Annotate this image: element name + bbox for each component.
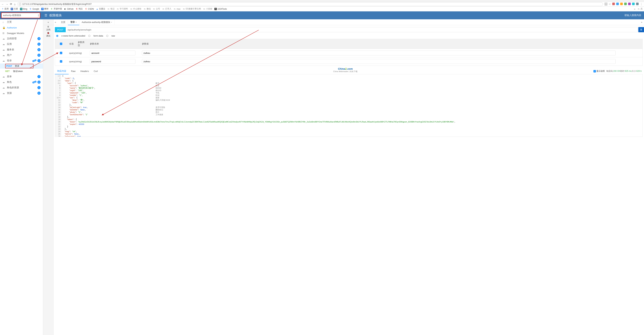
more-icon[interactable]: ⋮ xyxy=(640,2,642,6)
bookmarks-bar: ⠿应用 度百度 bBing GGoogle 译翻译 C开源中国 ◐GitHub … xyxy=(0,6,644,12)
bookmark[interactable]: 🗀已导入 xyxy=(162,8,172,10)
tab-home[interactable]: 主页 xyxy=(58,19,68,25)
sidebar-subitem[interactable]: GET验证token xyxy=(0,69,43,74)
param-type: query(string) xyxy=(67,57,88,66)
sidebar-item[interactable]: ☁资源6 xyxy=(0,90,43,96)
bookmark[interactable]: 度百度 xyxy=(11,8,18,10)
ext-icon[interactable] xyxy=(628,2,631,5)
ext-icon[interactable] xyxy=(632,2,635,5)
bookmark[interactable]: 🗀ES搜索引擎文档 xyxy=(183,8,201,10)
bookmark[interactable]: 🗀笔记 xyxy=(107,8,114,10)
bookmark[interactable]: 🗀学习资料 xyxy=(116,8,128,10)
close-icon[interactable]: × xyxy=(111,21,112,23)
bookmark[interactable]: 🗀微信 xyxy=(144,8,151,10)
sidebar-item[interactable]: ☁用户9 xyxy=(0,52,43,58)
sidebar-item[interactable]: ☁角色new8 xyxy=(0,79,43,85)
col-type: 参数类型 xyxy=(76,39,88,49)
bookmark[interactable]: 🗀mac xyxy=(174,8,180,10)
ext-icon[interactable] xyxy=(612,2,615,5)
bookmark[interactable]: G码云 xyxy=(76,8,83,10)
tab-authorize[interactable]: Authorize-authority-权限模块× xyxy=(79,19,115,25)
module-select[interactable]: authority-权限模块 ▴▾ xyxy=(1,12,40,18)
bookmark[interactable]: bBing xyxy=(20,8,27,10)
ext-icon[interactable] xyxy=(624,2,627,5)
chevron-updown-icon: ▴▾ xyxy=(38,14,39,17)
collapse-button[interactable]: « xyxy=(43,19,53,25)
doc-icon: 🗎 xyxy=(47,26,49,28)
ext-icon[interactable] xyxy=(636,2,639,5)
star-icon[interactable]: ☆ xyxy=(609,2,611,6)
rail-doc[interactable]: 🗎文档 xyxy=(43,25,53,32)
sidebar-item[interactable]: ☁登录new2 xyxy=(0,58,43,64)
sidebar-item[interactable]: ☁文档管理3 xyxy=(0,36,43,42)
bookmark[interactable]: GGoogle xyxy=(29,8,39,10)
radio-xform[interactable] xyxy=(56,35,58,37)
tabs-scroll-right[interactable]: » xyxy=(641,21,642,24)
rail-debug[interactable]: 🐞调试 xyxy=(43,32,53,38)
bookmark[interactable]: 译翻译 xyxy=(41,8,48,10)
bookmark[interactable]: 🗀小目标 xyxy=(203,8,212,10)
line-gutter: 1 ▾23 ▾4 ▾5678910 ▾111213141516171819202… xyxy=(55,74,61,136)
param-value-input[interactable] xyxy=(142,59,616,64)
bookmark[interactable]: 🗀其 xyxy=(638,8,642,10)
reload-icon[interactable]: ⟳ xyxy=(10,2,12,6)
content: « 🗎文档 🐞调试 « 主页 登录× Authorize-authority-权… xyxy=(43,19,644,335)
apps-button[interactable]: ⠿应用 xyxy=(2,8,8,10)
rtab-curl[interactable]: Curl xyxy=(91,68,100,74)
bookmark[interactable]: ◐GitHub xyxy=(64,8,74,10)
send-button[interactable]: 发 xyxy=(638,27,644,32)
sidebar-item[interactable]: ☁菜单7 xyxy=(0,74,43,79)
param-value-input[interactable] xyxy=(142,50,616,55)
url-text: 127.0.0.1:8760/api/gate/doc.html#/author… xyxy=(22,3,92,6)
sidebar-item[interactable]: ⊞Swagger Models xyxy=(0,30,43,36)
search-input[interactable]: 请输入搜索内容 xyxy=(624,14,641,17)
row-checkbox[interactable]: ✓ xyxy=(60,52,62,54)
close-icon[interactable]: × xyxy=(76,21,76,23)
method-badge: POST xyxy=(55,27,66,32)
checkbox-all[interactable]: ✓ xyxy=(60,42,62,45)
sidebar-item[interactable]: ☁服务表6 xyxy=(0,47,43,52)
sidebar-item[interactable]: 🔒Authorize xyxy=(0,25,43,30)
bookmarks-overflow-icon[interactable]: » xyxy=(634,8,636,10)
rtab-headers[interactable]: Headers xyxy=(78,68,91,74)
forward-icon[interactable]: → xyxy=(6,3,8,6)
back-icon[interactable]: ← xyxy=(2,3,4,6)
address-bar[interactable]: i 127.0.0.1:8760/api/gate/doc.html#/auth… xyxy=(17,2,603,6)
tabs-scroll-left[interactable]: « xyxy=(55,21,56,24)
sidebar-item[interactable]: ⌂主页 xyxy=(0,19,43,25)
param-type: query(string) xyxy=(67,49,88,57)
ext-icon[interactable] xyxy=(616,2,619,5)
sidebar-item[interactable]: ☁角色的资源1 xyxy=(0,85,43,90)
row-checkbox[interactable]: ✓ xyxy=(60,60,62,62)
tab-login[interactable]: 登录× xyxy=(68,19,79,25)
api-row: POST /api/authority/anno/login 发 xyxy=(55,26,644,33)
site-info-icon[interactable]: i xyxy=(19,3,21,5)
radio-formdata[interactable] xyxy=(88,35,90,37)
watermark: ChinaZ.com China Webmaster | 站长下载 xyxy=(333,68,358,72)
sidebar-item[interactable]: ☁应用5 xyxy=(0,42,43,47)
bookmark[interactable]: T1024Tools xyxy=(214,8,227,10)
param-name-input[interactable] xyxy=(90,50,136,55)
rtab-raw[interactable]: Raw xyxy=(69,68,78,74)
rtab-body[interactable]: 响应内容 xyxy=(55,68,69,74)
count-badge: 5 xyxy=(38,42,40,46)
bookmark[interactable]: CCSDN xyxy=(85,8,94,10)
col-name: 参数名称 xyxy=(88,39,140,49)
param-name-input[interactable] xyxy=(90,59,136,64)
bookmark[interactable]: ☁百度云 xyxy=(96,8,105,10)
bookmark[interactable]: C开源中国 xyxy=(50,8,62,10)
ext-icon[interactable] xyxy=(620,2,623,5)
bookmark[interactable]: 🗀公司 xyxy=(153,8,160,10)
api-path-input[interactable]: /api/authority/anno/login xyxy=(66,27,638,32)
translate-icon[interactable]: 🄰 xyxy=(605,2,607,6)
bookmark[interactable]: 🗀什么都有 xyxy=(130,8,142,10)
show-desc-checkbox[interactable]: ✓ xyxy=(594,70,596,72)
radio-raw[interactable] xyxy=(106,35,108,37)
code-body[interactable]: { "code": 0, "data": { "user": { "accoun… xyxy=(61,74,642,136)
method-label: GET xyxy=(5,70,10,72)
count-badge: 2 xyxy=(38,59,40,62)
sidebar-subitem[interactable]: POST登录 xyxy=(0,64,43,69)
menu-icon[interactable]: ☰ xyxy=(44,14,47,17)
home-icon[interactable]: ⌂ xyxy=(14,3,16,6)
cloud-icon: ☁ xyxy=(2,37,6,40)
